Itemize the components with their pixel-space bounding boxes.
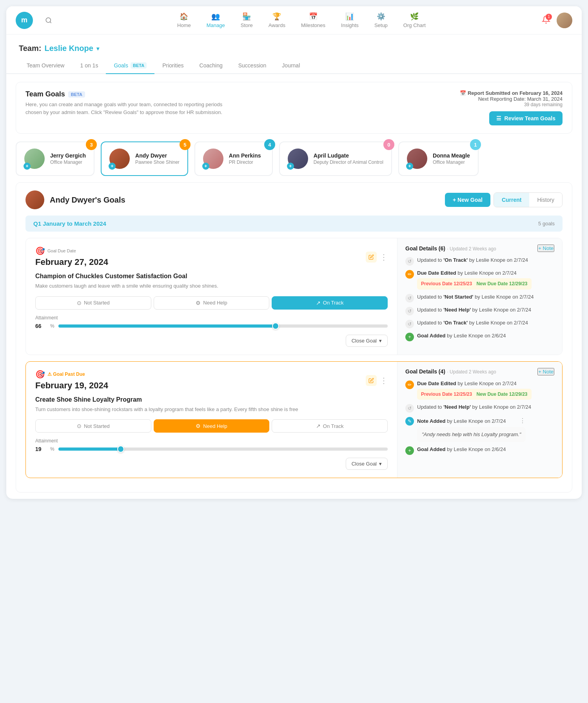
tab-journal[interactable]: Journal — [274, 58, 308, 74]
member-add-icon-april[interactable]: + — [287, 163, 294, 170]
member-card-april[interactable]: + April Ludgate Deputy Director of Anima… — [279, 141, 392, 176]
period-title: Q1 January to March 2024 — [33, 220, 106, 227]
new-goal-button[interactable]: + New Goal — [445, 193, 490, 207]
member-card-ann[interactable]: + Ann Perkins PR Director 4 — [194, 141, 273, 176]
member-add-icon-ann[interactable]: + — [202, 163, 209, 170]
need-help-button-2[interactable]: ⚙ Need Help — [154, 419, 270, 433]
member-add-icon-jerry[interactable]: + — [24, 163, 31, 170]
on-track-label-2: On Track — [323, 423, 344, 429]
tab-coaching[interactable]: Coaching — [192, 58, 230, 74]
goal-details-updated-2: · Updated 2 Weeks ago — [447, 369, 496, 375]
avatar[interactable] — [557, 13, 572, 28]
goal-more-button-2[interactable]: ⋮ — [380, 377, 388, 384]
close-goal-button-2[interactable]: Close Goal ▾ — [346, 458, 388, 470]
team-label: Team: — [19, 44, 41, 53]
detail-item-1-4: ↺ Updated to 'Need Help' by Leslie Knope… — [405, 306, 554, 315]
tab-priorities[interactable]: Priorities — [154, 58, 191, 74]
not-started-icon-2: ⊙ — [77, 423, 82, 429]
history-toggle[interactable]: History — [529, 193, 562, 207]
detail-icon-1-4: ↺ — [405, 307, 414, 315]
member-role-donna: Office Manager — [433, 159, 470, 165]
member-role-april: Deputy Director of Animal Control — [314, 159, 383, 165]
current-toggle[interactable]: Current — [494, 193, 530, 207]
nav-icon-store: 🏪 — [242, 12, 251, 21]
goal-details-updated-1: · Updated 2 Weeks ago — [447, 246, 496, 252]
attainment-label-2: Attainment — [35, 438, 388, 444]
attainment-value-1: 66 — [35, 323, 46, 329]
note-more-icon[interactable]: ⋮ — [519, 417, 526, 425]
nav-item-home[interactable]: 🏠Home — [171, 9, 197, 31]
team-header: Team: Leslie Knope ▾ — [6, 34, 582, 53]
member-add-icon-donna[interactable]: + — [406, 163, 413, 170]
attainment-slider-1[interactable] — [58, 324, 388, 328]
tab-succession[interactable]: Succession — [230, 58, 274, 74]
nav-logo[interactable]: m — [16, 12, 33, 29]
need-help-label-2: Need Help — [203, 423, 227, 429]
search-icon[interactable] — [42, 14, 55, 27]
detail-highlight-2-1: Previous Date 12/25/23 New Due Date 12/2… — [417, 389, 532, 400]
member-card-donna[interactable]: + Donna Meagle Office Manager 1 — [398, 141, 479, 176]
goal-date-2: February 19, 2024 — [35, 380, 108, 391]
goal-more-button-1[interactable]: ⋮ — [380, 253, 388, 261]
nav-item-milestones[interactable]: 📅Milestones — [295, 9, 332, 31]
goals-beta-badge: BETA — [131, 62, 147, 69]
nav-item-insights[interactable]: 📊Insights — [335, 9, 365, 31]
attainment-section-2: Attainment 19 % — [35, 438, 388, 452]
goal-card-1: 🎯 Goal Due Date February 27, 2024 — [25, 238, 563, 355]
nav-item-awards[interactable]: 🏆Awards — [262, 9, 292, 31]
attainment-slider-2[interactable] — [58, 448, 388, 451]
svg-line-1 — [50, 22, 51, 23]
attainment-pct-2: % — [50, 446, 54, 452]
nav-item-manage[interactable]: 👥Manage — [200, 9, 231, 31]
add-note-button-1[interactable]: + Note — [537, 245, 554, 252]
need-help-button-1[interactable]: ⚙ Need Help — [154, 296, 270, 310]
goal-date-label-1: Goal Due Date — [47, 248, 76, 253]
add-note-button-2[interactable]: + Note — [537, 368, 554, 375]
goal-edit-button-1[interactable] — [366, 252, 377, 263]
team-goals-section: Team Goals BETA Here, you can create and… — [16, 82, 572, 134]
team-dropdown-icon[interactable]: ▾ — [96, 45, 99, 52]
goal-details-title-1: Goal Details (6) — [405, 245, 445, 252]
on-track-button-1[interactable]: ↗ On Track — [272, 296, 388, 310]
note-text-2-3: "Andy needs help with his Loyalty progra… — [417, 427, 526, 442]
review-team-goals-button[interactable]: ☰ Review Team Goals — [489, 111, 563, 125]
nav-item-org-chart[interactable]: 🌿Org Chart — [397, 9, 432, 31]
chevron-down-icon-2: ▾ — [379, 461, 382, 467]
goal-target-icon-2: 🎯 — [35, 370, 45, 379]
on-track-button-2[interactable]: ↗ On Track — [272, 419, 388, 433]
member-name-ann: Ann Perkins — [229, 152, 261, 159]
detail-icon-1-1: ↺ — [405, 257, 414, 266]
period-goal-count: 5 goals — [538, 221, 555, 226]
nav-icon-awards: 🏆 — [272, 12, 281, 21]
not-started-button-1[interactable]: ⊙ Not Started — [35, 296, 151, 310]
nav-icon-setup: ⚙️ — [377, 12, 385, 21]
team-members: + Jerry Gergich Office Manager 3 + Andy … — [16, 141, 572, 176]
member-name-donna: Donna Meagle — [433, 152, 470, 159]
member-card-andy[interactable]: + Andy Dwyer Pawnee Shoe Shiner 5 — [101, 141, 188, 176]
goal-details-2: Goal Details (4) · Updated 2 Weeks ago +… — [397, 362, 562, 478]
tab-team-overview[interactable]: Team Overview — [19, 58, 72, 74]
close-goal-button-1[interactable]: Close Goal ▾ — [346, 335, 388, 347]
nav-item-setup[interactable]: ⚙️Setup — [368, 9, 394, 31]
on-track-label-1: On Track — [323, 300, 344, 306]
goal-title-2: Create Shoe Shine Loyalty Program — [35, 396, 388, 403]
not-started-icon-1: ⊙ — [77, 300, 82, 306]
member-name-april: April Ludgate — [314, 152, 383, 159]
tab-1on1s[interactable]: 1 on 1s — [72, 58, 106, 74]
nav-item-store[interactable]: 🏪Store — [234, 9, 259, 31]
nav-icon-insights: 📊 — [345, 12, 354, 21]
member-badge-andy: 5 — [180, 139, 191, 150]
tab-goals[interactable]: Goals BETA — [106, 58, 154, 74]
nav-icon-org chart: 🌿 — [410, 12, 419, 21]
detail-item-1-1: ↺ Updated to 'On Track' by Leslie Knope … — [405, 257, 554, 266]
goal-edit-button-2[interactable] — [366, 375, 377, 386]
notification-bell[interactable]: 1 — [542, 15, 550, 25]
member-name-jerry: Jerry Gergich — [50, 152, 86, 159]
detail-item-1-3: ↺ Updated to 'Not Started' by Leslie Kno… — [405, 294, 554, 303]
not-started-button-2[interactable]: ⊙ Not Started — [35, 419, 151, 433]
member-add-icon-andy[interactable]: + — [109, 163, 116, 170]
member-card-jerry[interactable]: + Jerry Gergich Office Manager 3 — [16, 141, 94, 176]
team-goals-description: Here, you can create and manage goals wi… — [25, 101, 229, 116]
detail-highlight-1-2: Previous Date 12/25/23 New Due Date 12/2… — [417, 278, 532, 290]
andy-avatar — [25, 190, 44, 209]
